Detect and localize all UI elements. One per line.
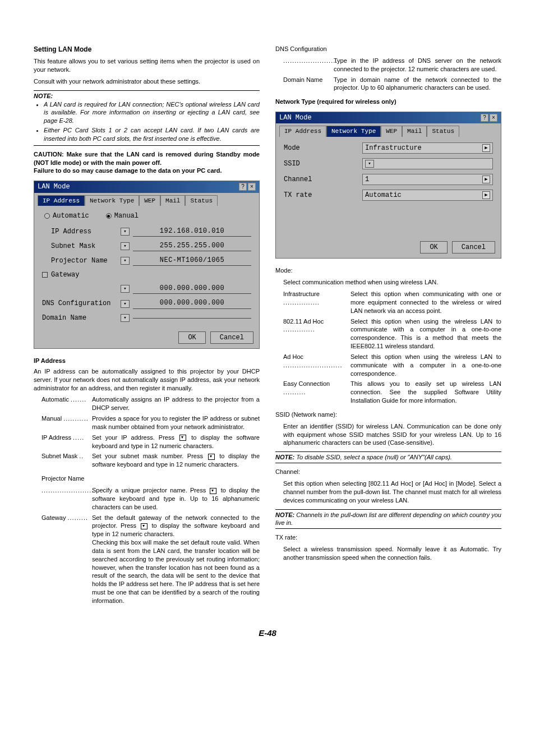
tab-ip-address[interactable]: IP Address	[279, 126, 326, 137]
close-icon[interactable]: ×	[490, 114, 497, 122]
intro-2: Consult with your network administrator …	[34, 77, 260, 86]
dropdown-mode[interactable]: Infrastructure▶	[362, 142, 493, 154]
note-label: NOTE:	[275, 454, 294, 460]
note-bullet-2: Either PC Card Slots 1 or 2 can accept L…	[44, 126, 260, 143]
cancel-button[interactable]: Cancel	[452, 241, 495, 253]
value-domain-name[interactable]	[133, 317, 251, 319]
desc-80211-adhoc: Select this option when using the wirele…	[350, 317, 501, 351]
note-ssid: NOTE: To disable SSID, select a space (n…	[275, 451, 501, 463]
dialog-lan-mode-ip: LAN Mode ? × IP Address Network Type WEP…	[34, 181, 260, 349]
heading-mode: Mode:	[275, 266, 501, 275]
keyboard-icon[interactable]: ▾	[121, 228, 130, 236]
desc-manual: Provides a space for you to register the…	[92, 414, 260, 431]
ok-button[interactable]: OK	[178, 331, 205, 344]
desc-projector-name: Specify a unique projector name. Press t…	[92, 486, 260, 511]
checkbox-gateway[interactable]: Gateway	[42, 270, 121, 279]
caution-text: CAUTION: Make sure that the LAN card is …	[34, 150, 260, 176]
desc-easy-connection: This allows you to easily set up wireles…	[350, 380, 501, 405]
keyboard-icon[interactable]: ▾	[121, 257, 130, 265]
label-ip-address: IP Address	[42, 227, 121, 236]
dialog-tabs: IP Address Network Type WEP Mail Status	[34, 193, 259, 206]
label-channel: Channel	[284, 175, 362, 184]
radio-automatic[interactable]: Automatic	[44, 211, 89, 220]
heading-setting-lan-mode: Setting LAN Mode	[34, 45, 260, 54]
label-dns-config-section: DNS Configuration	[275, 45, 501, 53]
term-domain-name: Domain Name	[283, 76, 334, 93]
keyboard-icon[interactable]: ▾	[121, 285, 130, 293]
label-dns-config: DNS Configuration	[42, 299, 121, 308]
tx-desc: Select a wireless transmission speed. No…	[275, 545, 501, 562]
keyboard-icon	[141, 523, 147, 529]
tab-wep[interactable]: WEP	[139, 195, 160, 206]
label-tx-rate: TX rate	[284, 191, 362, 200]
dropdown-channel[interactable]: 1▶	[362, 174, 493, 185]
note-channel: NOTE: Channels in the pull-down list are…	[275, 509, 501, 529]
dropdown-tx-rate[interactable]: Automatic▶	[362, 190, 493, 201]
desc-domain-name: Type in domain name of the network conne…	[334, 76, 501, 93]
term-projector-name-dots: .......................	[41, 486, 92, 511]
desc-gateway: Set the default gateway of the network c…	[92, 514, 260, 605]
keyboard-icon	[210, 488, 216, 494]
radio-manual[interactable]: Manual	[106, 211, 139, 220]
label-domain-name: Domain Name	[42, 314, 121, 322]
value-subnet-mask[interactable]: 255.255.255.000	[133, 241, 251, 251]
label-projector-name-section: Projector Name	[34, 474, 260, 483]
left-column: Setting LAN Mode This feature allows you…	[34, 45, 260, 611]
note-block-1: NOTE: A LAN card is required for LAN con…	[34, 90, 260, 146]
cancel-button[interactable]: Cancel	[210, 331, 253, 344]
desc-subnet-mask: Set your subnet mask number. Press to di…	[92, 452, 260, 469]
tab-ip-address[interactable]: IP Address	[38, 195, 85, 206]
label-ssid: SSID	[284, 159, 362, 168]
keyboard-icon	[179, 435, 186, 441]
tab-wep[interactable]: WEP	[381, 126, 402, 137]
ok-button[interactable]: OK	[420, 241, 447, 253]
note-bullet-1: A LAN card is required for LAN connectio…	[44, 100, 260, 126]
heading-tx-rate: TX rate:	[275, 533, 501, 542]
term-subnet-mask: Subnet Mask ..	[41, 452, 92, 469]
page-number: E-48	[34, 628, 501, 639]
note-channel-text: Channels in the pull-down list are diffe…	[275, 511, 501, 527]
tab-status[interactable]: Status	[185, 195, 218, 206]
dropdown-ssid[interactable]: ▾	[362, 158, 493, 169]
desc-adhoc: Select this option when using the wirele…	[350, 353, 501, 378]
keyboard-icon[interactable]: ▾	[121, 314, 130, 322]
keyboard-icon[interactable]: ▾	[121, 242, 130, 250]
chevron-right-icon: ▶	[482, 176, 490, 183]
heading-network-type: Network Type (required for wireless only…	[275, 98, 501, 106]
tab-mail[interactable]: Mail	[402, 126, 427, 137]
dialog-title: LAN Mode	[38, 182, 70, 191]
channel-desc: Set this option when selecting [802.11 A…	[275, 480, 501, 505]
help-icon[interactable]: ?	[481, 114, 488, 122]
right-column: DNS Configuration ......................…	[275, 45, 501, 611]
desc-dns: Type in the IP address of DNS server on …	[334, 57, 501, 73]
label-subnet-mask: Subnet Mask	[42, 242, 121, 251]
heading-ssid: SSID (Network name):	[275, 411, 501, 419]
desc-ip-address: Set your IP address. Press to display th…	[92, 434, 260, 450]
close-icon[interactable]: ×	[248, 183, 256, 191]
intro-1: This feature allows you to set various s…	[34, 57, 260, 74]
keyboard-icon[interactable]: ▾	[121, 300, 130, 308]
help-icon[interactable]: ?	[239, 183, 247, 191]
dialog-title-bar: LAN Mode ? ×	[276, 112, 501, 123]
term-infrastructure: Infrastructure ................	[283, 290, 350, 315]
dialog-lan-mode-network-type: LAN Mode ? × IP Address Network Type WEP…	[275, 112, 501, 259]
desc-automatic: Automatically assigns an IP address to t…	[92, 395, 260, 412]
tab-mail[interactable]: Mail	[160, 195, 185, 206]
keyboard-icon: ▾	[365, 160, 374, 168]
tab-network-type[interactable]: Network Type	[85, 195, 139, 206]
term-automatic: Automatic .......	[41, 395, 92, 412]
value-dns-config[interactable]: 000.000.000.000	[133, 298, 251, 308]
value-gateway[interactable]: 000.000.000.000	[133, 284, 251, 294]
tab-status[interactable]: Status	[427, 126, 459, 137]
dialog-title: LAN Mode	[279, 113, 312, 122]
desc-infrastructure: Select this option when communicating wi…	[350, 290, 501, 315]
term-80211-adhoc: 802.11 Ad Hoc ..............	[283, 317, 350, 351]
chevron-right-icon: ▶	[482, 144, 490, 152]
tab-network-type[interactable]: Network Type	[326, 126, 381, 137]
term-ip-address: IP Address .....	[41, 434, 92, 450]
value-ip-address[interactable]: 192.168.010.010	[133, 227, 251, 237]
heading-channel: Channel:	[275, 468, 501, 476]
label-projector-name: Projector Name	[42, 256, 121, 265]
value-projector-name[interactable]: NEC-MT1060/1065	[133, 256, 251, 266]
chevron-right-icon: ▶	[482, 191, 490, 199]
